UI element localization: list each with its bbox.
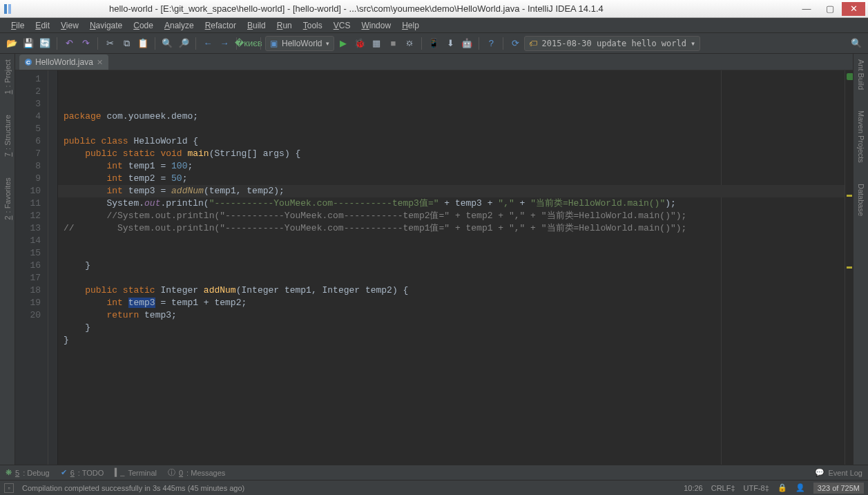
- run-config-selector[interactable]: ▣ HelloWorld ▾: [265, 36, 334, 51]
- redo-icon[interactable]: ↷: [78, 36, 93, 51]
- file-encoding[interactable]: UTF-8‡: [744, 484, 769, 492]
- search-everywhere-icon[interactable]: 🔍: [849, 36, 864, 51]
- code-line[interactable]: [64, 272, 839, 284]
- code-line[interactable]: [64, 347, 839, 359]
- menu-code[interactable]: Code: [128, 19, 159, 32]
- code-editor[interactable]: 1 2 3 4 5 6 7 8 9 10 11 12 13 14 15 16 1…: [15, 70, 853, 465]
- vcs-commit-message: 2015-08-30 update hello world: [541, 39, 686, 48]
- line-separator[interactable]: CRLF‡: [711, 484, 735, 492]
- code-line[interactable]: }: [64, 334, 839, 347]
- maximize-button[interactable]: ▢: [818, 2, 842, 16]
- inspections-icon[interactable]: 👤: [795, 483, 805, 492]
- code-line[interactable]: int temp1 = 100;: [64, 160, 839, 173]
- close-button[interactable]: ✕: [842, 2, 865, 16]
- open-icon[interactable]: 📂: [4, 36, 19, 51]
- lock-icon[interactable]: 🔒: [778, 483, 787, 492]
- close-tab-icon[interactable]: ✕: [97, 58, 103, 67]
- sync-icon[interactable]: 🔄: [37, 36, 52, 51]
- sdk-icon[interactable]: ⬇: [443, 36, 458, 51]
- code-line[interactable]: }: [64, 322, 839, 334]
- tool-todo[interactable]: ✔ 6: TODO: [61, 468, 104, 477]
- code-line[interactable]: int temp3 = temp1 + temp2;: [64, 297, 839, 309]
- cut-icon[interactable]: ✂: [102, 36, 117, 51]
- find-icon[interactable]: 🔍: [160, 36, 175, 51]
- memory-indicator[interactable]: 323 of 725M: [813, 483, 864, 494]
- code-line[interactable]: public static void main(String[] args) {: [64, 148, 839, 160]
- menu-tools[interactable]: Tools: [298, 19, 328, 32]
- tool-database[interactable]: Database: [857, 184, 865, 216]
- menu-file[interactable]: File: [6, 19, 30, 32]
- code-line[interactable]: //System.out.println("-----------YouMeek…: [64, 210, 839, 222]
- main-area: 1: Project7: Structure2: Favorites C Hel…: [0, 54, 868, 465]
- help-icon[interactable]: ?: [483, 36, 499, 51]
- chevron-down-icon: ▾: [326, 40, 329, 47]
- run-icon[interactable]: ▶: [336, 36, 351, 51]
- attach-icon[interactable]: ⛭: [402, 36, 417, 51]
- caret-position[interactable]: 10:26: [684, 484, 703, 492]
- code-line[interactable]: // System.out.println("-----------YouMee…: [64, 222, 839, 235]
- undo-icon[interactable]: ↶: [61, 36, 77, 51]
- paste-icon[interactable]: 📋: [135, 36, 151, 51]
- menu-run[interactable]: Run: [271, 19, 298, 32]
- avd-icon[interactable]: 📱: [426, 36, 441, 51]
- tool-debug[interactable]: ❋ 5: Debug: [6, 468, 50, 477]
- status-bar: ▫ Compilation completed successfully in …: [0, 480, 868, 495]
- menu-vcs[interactable]: VCS: [328, 19, 356, 32]
- code-line[interactable]: public class HelloWorld {: [64, 135, 839, 148]
- tool-favorites[interactable]: 2: Favorites: [3, 177, 12, 220]
- code-content[interactable]: package com.youmeek.demo;public class He…: [58, 70, 845, 465]
- code-line[interactable]: public static Integer addNum(Integer tem…: [64, 284, 839, 297]
- error-stripe[interactable]: [845, 70, 853, 465]
- code-line[interactable]: int temp2 = 50;: [64, 173, 839, 185]
- tool-ant-build[interactable]: Ant Build: [857, 59, 865, 90]
- stop-icon[interactable]: ■: [385, 36, 401, 51]
- tool-project[interactable]: 1: Project: [3, 59, 12, 94]
- replace-icon[interactable]: 🔎: [176, 36, 191, 51]
- build-icon[interactable]: �києв: [241, 36, 256, 51]
- tool-terminal[interactable]: ▍_ Terminal: [115, 468, 157, 477]
- forward-icon[interactable]: →: [217, 36, 232, 51]
- vcs-update-icon[interactable]: ⟳: [508, 36, 523, 51]
- right-margin-line: [721, 70, 722, 465]
- android-icon[interactable]: 🤖: [459, 36, 474, 51]
- menu-view[interactable]: View: [55, 19, 84, 32]
- window-title: hello-world - [E:\git_work_space\hello-w…: [19, 3, 795, 14]
- status-message: Compilation completed successfully in 3s…: [22, 484, 675, 492]
- editor-tab[interactable]: C HelloWorld.java ✕: [19, 55, 108, 70]
- minimize-button[interactable]: —: [795, 2, 818, 16]
- menu-edit[interactable]: Edit: [30, 19, 55, 32]
- tool-windows-toggle-icon[interactable]: ▫: [4, 483, 14, 493]
- menu-analyze[interactable]: Analyze: [159, 19, 200, 32]
- menu-build[interactable]: Build: [242, 19, 271, 32]
- code-line[interactable]: System.out.println("-----------YouMeek.c…: [64, 197, 839, 210]
- menu-navigate[interactable]: Navigate: [84, 19, 128, 32]
- tab-label: HelloWorld.java: [35, 57, 93, 67]
- fold-gutter: [48, 70, 58, 465]
- copy-icon[interactable]: ⧉: [119, 36, 134, 51]
- run-config-icon: ▣: [270, 39, 278, 48]
- event-log[interactable]: 💬 Event Log: [815, 468, 862, 477]
- tool-structure[interactable]: 7: Structure: [3, 115, 12, 157]
- code-line[interactable]: [64, 247, 839, 260]
- app-logo-icon: [3, 3, 15, 15]
- svg-rect-1: [8, 4, 11, 14]
- save-icon[interactable]: 💾: [21, 36, 36, 51]
- code-line[interactable]: }: [64, 260, 839, 272]
- code-line[interactable]: [64, 235, 839, 247]
- debug-icon[interactable]: 🐞: [352, 36, 367, 51]
- back-icon[interactable]: ←: [200, 36, 215, 51]
- coverage-icon[interactable]: ▦: [369, 36, 384, 51]
- code-line[interactable]: package com.youmeek.demo;: [64, 110, 839, 123]
- menu-help[interactable]: Help: [396, 19, 425, 32]
- menu-refactor[interactable]: Refactor: [200, 19, 242, 32]
- tool-messages[interactable]: ⓘ 0: Messages: [168, 467, 225, 478]
- tool-maven-projects[interactable]: Maven Projects: [857, 110, 865, 163]
- svg-rect-0: [4, 4, 7, 14]
- java-file-icon: C: [25, 59, 32, 66]
- editor-area: C HelloWorld.java ✕ 1 2 3 4 5 6 7 8 9 10…: [15, 54, 853, 465]
- code-line[interactable]: return temp3;: [64, 309, 839, 322]
- vcs-changes-selector[interactable]: 🏷 2015-08-30 update hello world ▾: [524, 36, 700, 51]
- code-line[interactable]: [64, 123, 839, 135]
- bottom-tool-strip: ❋ 5: Debug✔ 6: TODO▍_ Terminalⓘ 0: Messa…: [0, 465, 868, 480]
- menu-window[interactable]: Window: [356, 19, 396, 32]
